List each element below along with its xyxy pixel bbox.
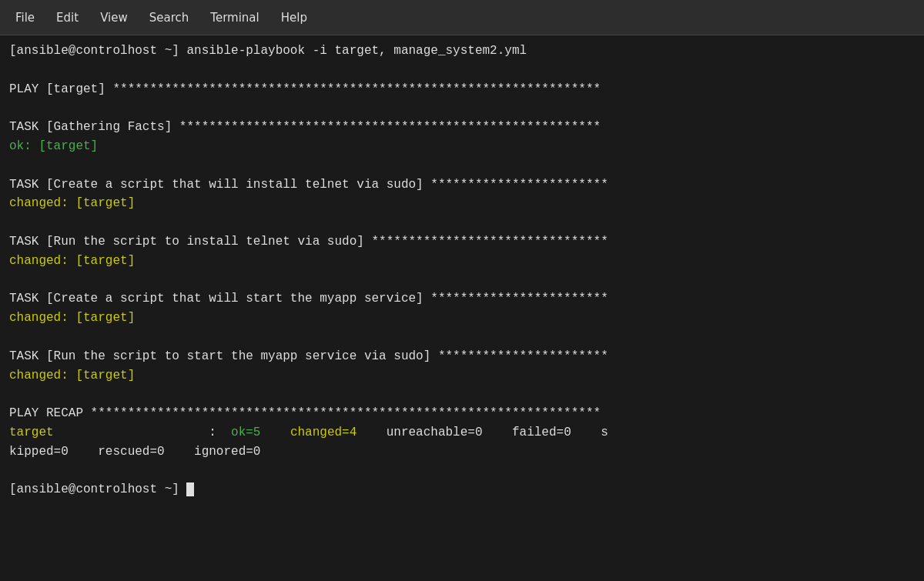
- line-changed-4: changed: [target]: [9, 366, 915, 386]
- recap-target-label: target: [9, 426, 54, 439]
- line-play-recap-header: PLAY RECAP *****************************…: [9, 404, 915, 423]
- line-blank-8: [9, 462, 915, 481]
- line-blank-2: [9, 99, 915, 118]
- recap-ok: ok=5: [231, 426, 283, 439]
- terminal-body[interactable]: [ansible@controlhost ~] ansible-playbook…: [0, 35, 924, 581]
- line-blank-4: [9, 213, 915, 232]
- line-recap-stats: target : ok=5 changed=4 unreachable=0 fa…: [9, 423, 915, 442]
- line-blank-7: [9, 385, 915, 404]
- line-changed-3: changed: [target]: [9, 309, 915, 328]
- line-task-run-telnet: TASK [Run the script to install telnet v…: [9, 232, 915, 252]
- line-changed-2: changed: [target]: [9, 252, 915, 271]
- line-play: PLAY [target] **************************…: [9, 80, 915, 99]
- line-task-run-myapp: TASK [Run the script to start the myapp …: [9, 347, 915, 366]
- terminal-window: File Edit View Search Terminal Help [ans…: [0, 0, 924, 581]
- line-ok-target: ok: [target]: [9, 137, 915, 156]
- menu-help[interactable]: Help: [272, 8, 316, 28]
- line-recap-skipped: kipped=0 rescued=0 ignored=0: [9, 442, 915, 462]
- menu-view[interactable]: View: [91, 8, 137, 28]
- recap-colon: :: [54, 426, 231, 439]
- menu-file[interactable]: File: [6, 8, 44, 28]
- line-blank-5: [9, 271, 915, 290]
- recap-changed: changed=4: [290, 426, 357, 439]
- terminal-cursor: [186, 482, 194, 496]
- line-task-create-myapp: TASK [Create a script that will start th…: [9, 289, 915, 309]
- menu-bar: File Edit View Search Terminal Help: [0, 0, 924, 35]
- recap-unreachable: unreachable=0 failed=0 s: [357, 426, 608, 439]
- line-blank-6: [9, 328, 915, 347]
- line-blank-1: [9, 61, 915, 80]
- recap-space1: [283, 426, 290, 439]
- line-blank-3: [9, 156, 915, 175]
- menu-terminal[interactable]: Terminal: [201, 8, 268, 28]
- line-0: [ansible@controlhost ~] ansible-playbook…: [9, 42, 915, 61]
- line-changed-1: changed: [target]: [9, 194, 915, 213]
- line-prompt: [ansible@controlhost ~]: [9, 480, 915, 499]
- menu-edit[interactable]: Edit: [47, 8, 88, 28]
- line-task-create-telnet: TASK [Create a script that will install …: [9, 175, 915, 195]
- line-task-gathering: TASK [Gathering Facts] *****************…: [9, 118, 915, 137]
- menu-search[interactable]: Search: [140, 8, 199, 28]
